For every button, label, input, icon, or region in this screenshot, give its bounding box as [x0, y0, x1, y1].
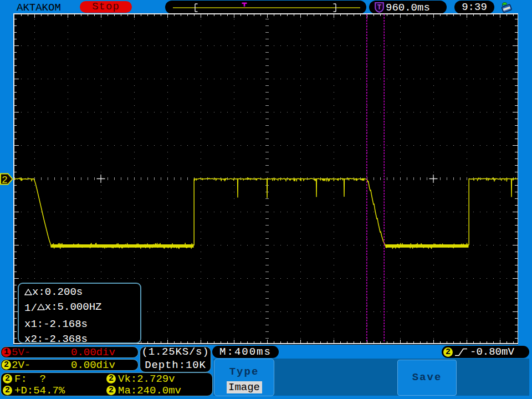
svg-text:2: 2 [2, 175, 8, 186]
svg-text:T: T [377, 3, 382, 12]
